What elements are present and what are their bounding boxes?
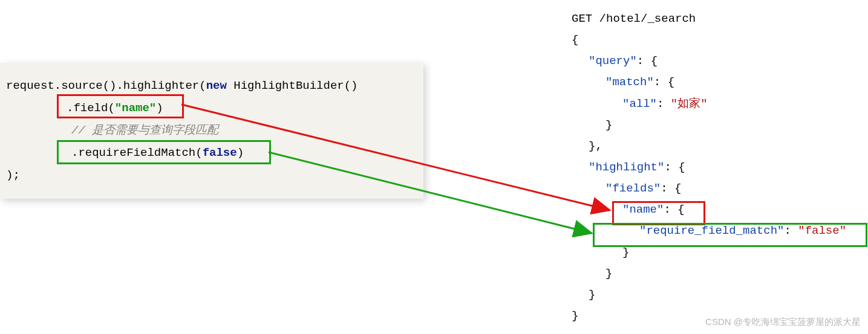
json-line-4: "match": { [572,72,862,93]
json-line-9: "fields": { [572,178,862,199]
java-field-method: .field( [67,101,115,115]
json-rfm-val: "false" [798,224,846,237]
java-rfm-close: ) [237,146,244,159]
json-line-2: { [572,30,862,51]
java-line-5: ); [6,164,417,187]
json-line-1: GET /hotel/_search [572,8,862,30]
json-line-11: "require_field_match": "false" [572,220,862,242]
json-line-10: "name": { [572,199,862,220]
json-line-7: }, [572,136,862,157]
json-line-12: } [572,242,862,263]
java-line-1: request.source().highlighter(new Highlig… [6,75,417,97]
java-code-block: request.source().highlighter(new Highlig… [0,63,423,199]
java-line1-post: HighlightBuilder() [227,79,358,92]
json-match-key: "match" [605,75,654,89]
keyword-new: new [206,79,227,92]
java-comment: // 是否需要与查询字段匹配 [6,120,218,142]
java-field-close: ) [156,101,163,115]
java-rfm-arg: false [203,146,237,159]
json-code-block: GET /hotel/_search { "query": { "match":… [572,8,862,327]
watermark: CSDN @专吃海绵宝宝菠萝屋的派大星 [705,316,861,328]
json-line-14: } [572,284,862,306]
json-name-key: "name" [622,203,664,216]
java-line1-pre: request.source().highlighter( [6,79,206,92]
java-line-4: .requireFieldMatch(false) [6,142,417,164]
json-line-13: } [572,263,862,284]
json-all-key: "all" [622,97,657,111]
json-line-5: "all": "如家" [572,94,862,115]
json-query-key: "query" [589,54,637,68]
json-line-8: "highlight": { [572,157,862,178]
json-all-val: "如家" [671,97,708,111]
json-fields-key: "fields" [605,182,661,195]
json-highlight-key: "highlight" [589,161,664,174]
java-line-3: // 是否需要与查询字段匹配 [6,120,417,142]
json-line-6: } [572,115,862,136]
json-rfm-key: "require_field_match" [639,224,784,237]
java-rfm-method: .requireFieldMatch( [71,146,203,159]
java-field-arg: "name" [115,101,156,115]
json-line-3: "query": { [572,51,862,72]
java-line-2: .field("name") [6,97,417,120]
